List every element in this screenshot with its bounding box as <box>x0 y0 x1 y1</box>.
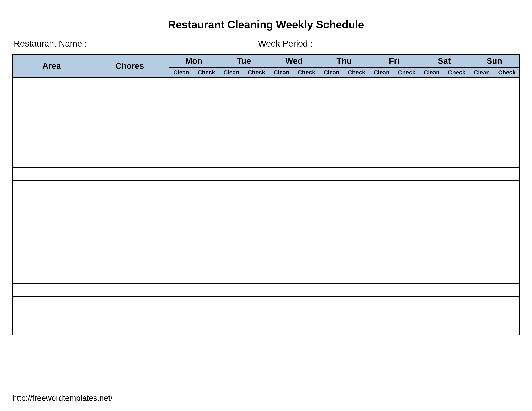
table-cell <box>369 155 394 168</box>
table-cell <box>319 129 344 142</box>
table-cell <box>269 271 294 284</box>
table-cell <box>294 271 319 284</box>
table-cell <box>194 206 219 219</box>
col-sat-clean: Clean <box>419 67 444 77</box>
table-cell <box>369 103 394 116</box>
col-day-fri: Fri <box>369 55 419 67</box>
table-cell <box>494 193 520 206</box>
table-row <box>13 219 520 232</box>
table-cell <box>169 168 194 181</box>
table-cell <box>244 142 269 155</box>
table-cell <box>319 103 344 116</box>
table-cell <box>244 206 269 219</box>
table-cell <box>91 77 169 90</box>
table-cell <box>13 103 91 116</box>
table-cell <box>494 181 520 193</box>
table-cell <box>419 284 444 296</box>
table-cell <box>269 142 294 155</box>
table-cell <box>91 245 169 258</box>
table-cell <box>419 77 444 90</box>
table-cell <box>169 219 194 232</box>
table-cell <box>469 129 494 142</box>
table-cell <box>91 322 169 335</box>
table-cell <box>494 258 520 271</box>
table-cell <box>219 155 244 168</box>
col-mon-check: Check <box>194 67 219 77</box>
table-cell <box>269 193 294 206</box>
table-cell <box>269 322 294 335</box>
col-tue-check: Check <box>244 67 269 77</box>
table-cell <box>494 284 520 296</box>
table-cell <box>394 142 419 155</box>
table-cell <box>244 309 269 322</box>
table-cell <box>494 232 520 245</box>
table-cell <box>219 103 244 116</box>
table-cell <box>244 322 269 335</box>
table-cell <box>269 129 294 142</box>
week-period-label: Week Period : <box>241 39 520 49</box>
table-head: Area Chores Mon Tue Wed Thu Fri Sat Sun … <box>13 55 520 77</box>
table-cell <box>169 103 194 116</box>
table-cell <box>469 77 494 90</box>
table-cell <box>13 206 91 219</box>
col-thu-clean: Clean <box>319 67 344 77</box>
table-cell <box>91 155 169 168</box>
table-cell <box>344 77 369 90</box>
table-cell <box>269 296 294 309</box>
table-cell <box>13 129 91 142</box>
table-cell <box>344 296 369 309</box>
table-cell <box>219 181 244 193</box>
table-cell <box>419 181 444 193</box>
table-cell <box>444 284 469 296</box>
table-cell <box>469 245 494 258</box>
table-cell <box>444 296 469 309</box>
table-cell <box>294 258 319 271</box>
col-wed-check: Check <box>294 67 319 77</box>
table-cell <box>394 284 419 296</box>
table-cell <box>219 271 244 284</box>
table-cell <box>169 245 194 258</box>
table-cell <box>294 284 319 296</box>
table-cell <box>419 168 444 181</box>
table-cell <box>369 309 394 322</box>
table-row <box>13 232 520 245</box>
col-mon-clean: Clean <box>169 67 194 77</box>
table-cell <box>91 193 169 206</box>
table-cell <box>169 77 194 90</box>
table-cell <box>394 206 419 219</box>
table-cell <box>244 90 269 103</box>
table-cell <box>269 245 294 258</box>
table-cell <box>319 155 344 168</box>
table-cell <box>319 322 344 335</box>
col-day-sun: Sun <box>469 55 519 67</box>
table-cell <box>494 309 520 322</box>
col-fri-check: Check <box>394 67 419 77</box>
table-cell <box>294 129 319 142</box>
table-cell <box>494 142 520 155</box>
table-cell <box>13 258 91 271</box>
table-cell <box>91 142 169 155</box>
table-cell <box>419 206 444 219</box>
table-cell <box>444 155 469 168</box>
table-cell <box>169 322 194 335</box>
table-cell <box>194 129 219 142</box>
table-cell <box>269 90 294 103</box>
table-cell <box>269 284 294 296</box>
table-cell <box>294 245 319 258</box>
table-cell <box>91 309 169 322</box>
table-row <box>13 103 520 116</box>
table-cell <box>469 258 494 271</box>
table-cell <box>269 155 294 168</box>
table-row <box>13 322 520 335</box>
table-cell <box>13 219 91 232</box>
table-cell <box>494 155 520 168</box>
table-cell <box>294 309 319 322</box>
table-cell <box>219 245 244 258</box>
table-cell <box>219 116 244 129</box>
table-cell <box>169 155 194 168</box>
table-cell <box>244 271 269 284</box>
table-cell <box>344 322 369 335</box>
table-cell <box>469 168 494 181</box>
table-cell <box>494 129 520 142</box>
table-cell <box>269 309 294 322</box>
